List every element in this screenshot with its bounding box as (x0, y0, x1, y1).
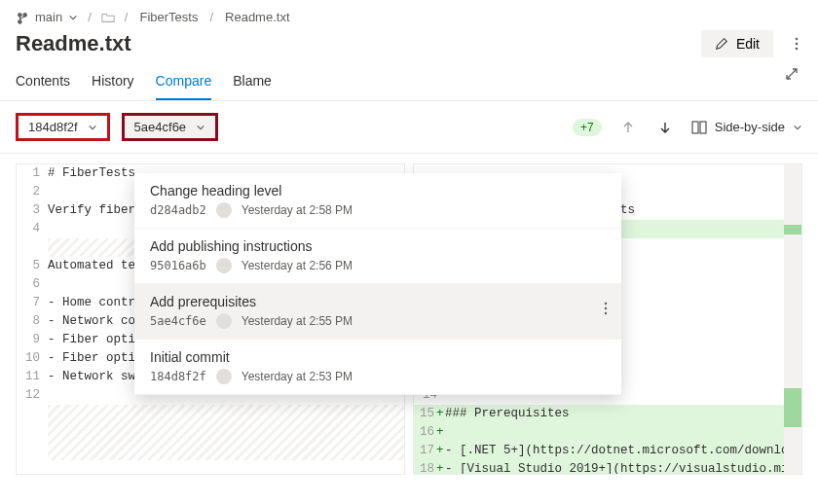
code-line: 16 (414, 423, 801, 442)
arrow-down-icon (658, 121, 672, 134)
commit-to-selector[interactable]: 5ae4cf6e (122, 113, 219, 141)
side-by-side-icon (691, 121, 707, 134)
commit-time: Yesterday at 2:55 PM (242, 314, 353, 328)
code-line: 17- [.NET 5+](https://dotnet.microsoft.c… (414, 442, 801, 460)
more-vertical-icon (795, 37, 799, 51)
chevron-down-icon (68, 13, 78, 22)
next-diff-button[interactable] (654, 117, 676, 138)
item-more-button[interactable] (604, 302, 608, 315)
svg-rect-4 (700, 122, 706, 133)
code-line: 15### Prerequisites (414, 405, 801, 423)
commit-meta: 95016a6b Yesterday at 2:56 PM (150, 258, 606, 273)
svg-point-7 (605, 312, 607, 314)
commit-title: Add publishing instructions (150, 238, 606, 254)
tab-compare[interactable]: Compare (156, 67, 212, 100)
avatar-icon (216, 258, 232, 273)
edit-button[interactable]: Edit (701, 30, 773, 57)
commit-hash: d284adb2 (150, 203, 206, 217)
commit-dropdown-item[interactable]: Change heading level d284adb2 Yesterday … (134, 173, 621, 229)
svg-point-0 (796, 38, 799, 41)
commit-hash: 184d8f2f (150, 370, 206, 383)
expand-icon (785, 67, 799, 81)
avatar-icon (216, 202, 232, 218)
separator: / (121, 10, 132, 24)
avatar-icon (216, 369, 232, 384)
page-title: Readme.txt (16, 31, 131, 56)
svg-rect-3 (692, 122, 698, 133)
commit-from-hash: 184d8f2f (28, 120, 78, 134)
code-line: 18- [Visual Studio 2019+](https://visual… (414, 460, 801, 475)
commit-title: Add prerequisites (150, 294, 606, 309)
edit-label: Edit (736, 36, 760, 52)
commit-time: Yesterday at 2:58 PM (242, 203, 353, 217)
commit-meta: 5ae4cf6e Yesterday at 2:55 PM (150, 313, 606, 329)
commit-dropdown: Change heading level d284adb2 Yesterday … (134, 173, 621, 395)
diff-count-badge: +7 (573, 119, 602, 136)
separator: / (205, 10, 217, 24)
commit-dropdown-item[interactable]: Initial commit 184d8f2f Yesterday at 2:5… (134, 340, 621, 395)
avatar-icon (216, 313, 232, 329)
commit-meta: d284adb2 Yesterday at 2:58 PM (150, 202, 606, 218)
compare-right-controls: +7 Side-by-side (573, 117, 802, 138)
pencil-icon (715, 37, 728, 51)
file-tabs: Contents History Compare Blame (0, 61, 818, 101)
more-button[interactable] (791, 33, 802, 54)
tab-blame[interactable]: Blame (233, 67, 272, 100)
svg-point-1 (796, 43, 799, 46)
branch-icon (16, 11, 29, 24)
commit-from-selector[interactable]: 184d8f2f (16, 113, 110, 141)
commit-to-hash: 5ae4cf6e (134, 120, 187, 134)
svg-point-5 (605, 303, 607, 305)
diff-gap (48, 405, 404, 460)
title-row: Readme.txt Edit (0, 30, 818, 61)
separator: / (84, 10, 95, 24)
chevron-down-icon (793, 123, 802, 132)
commit-dropdown-item[interactable]: Add prerequisites 5ae4cf6e Yesterday at … (134, 284, 621, 340)
svg-point-6 (605, 307, 607, 309)
scroll-marker (784, 388, 801, 427)
breadcrumb-folder[interactable]: FiberTests (137, 10, 200, 24)
commit-hash: 95016a6b (150, 259, 206, 272)
chevron-down-icon (88, 123, 97, 132)
scroll-marker (784, 225, 801, 234)
breadcrumb: main / / FiberTests / Readme.txt (0, 0, 818, 30)
scrollbar[interactable] (784, 164, 801, 474)
view-mode-selector[interactable]: Side-by-side (691, 120, 802, 134)
breadcrumb-file[interactable]: Readme.txt (223, 10, 291, 24)
commit-time: Yesterday at 2:56 PM (242, 259, 353, 272)
fullscreen-button[interactable] (781, 63, 802, 85)
commit-title: Initial commit (150, 349, 606, 365)
branch-name: main (35, 10, 62, 24)
compare-toolbar: 184d8f2f 5ae4cf6e +7 Side-by-side (0, 101, 818, 154)
tab-contents[interactable]: Contents (16, 67, 70, 100)
title-actions: Edit (701, 30, 802, 57)
branch-selector[interactable]: main (16, 10, 78, 24)
chevron-down-icon (196, 123, 205, 132)
prev-diff-button[interactable] (617, 117, 639, 138)
arrow-up-icon (621, 121, 635, 134)
folder-icon (101, 11, 115, 24)
commit-hash: 5ae4cf6e (150, 314, 206, 328)
commit-title: Change heading level (150, 183, 606, 198)
view-mode-label: Side-by-side (715, 120, 785, 134)
svg-point-2 (796, 48, 799, 51)
commit-dropdown-item[interactable]: Add publishing instructions 95016a6b Yes… (134, 229, 621, 284)
commit-meta: 184d8f2f Yesterday at 2:53 PM (150, 369, 606, 384)
commit-time: Yesterday at 2:53 PM (242, 370, 353, 383)
tab-history[interactable]: History (92, 67, 134, 100)
